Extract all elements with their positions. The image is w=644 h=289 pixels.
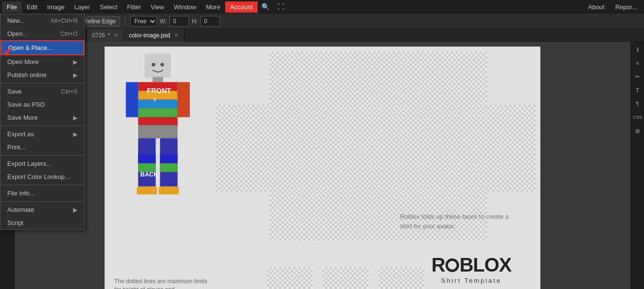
- right-panel: ℹ ≡ ✏ T ¶ CSS ⊞: [630, 42, 644, 289]
- sep-1: [0, 83, 84, 83]
- menu-select[interactable]: Select: [95, 1, 122, 13]
- menu-layer[interactable]: Layer: [70, 1, 95, 13]
- menu-window[interactable]: Window: [169, 1, 201, 13]
- menu-open-place-label: Open & Place...: [8, 44, 52, 51]
- style-dropdown[interactable]: Free: [130, 16, 157, 27]
- image-canvas: TORSO Roblox folds up these faces to cre…: [105, 47, 540, 289]
- menu-publish[interactable]: Publish online ▶: [0, 68, 84, 81]
- refine-edge-button[interactable]: Refine Edge: [79, 16, 120, 27]
- menu-open-more-label: Open More: [7, 58, 39, 65]
- shirt-middle: [216, 105, 536, 192]
- menu-script[interactable]: Script: [0, 216, 84, 229]
- sep-2: [0, 126, 84, 126]
- w-label: W:: [160, 18, 167, 25]
- menu-image[interactable]: Image: [42, 1, 69, 13]
- shirt-top: [269, 51, 487, 105]
- brush-btn[interactable]: ✏: [632, 71, 644, 82]
- menu-edit[interactable]: Edit: [22, 1, 42, 13]
- toolbar: Feather: px Refine Edge Free W: H:: [0, 14, 644, 29]
- menu-save-psd[interactable]: Save as PSD: [0, 98, 84, 111]
- menu-report[interactable]: Repor...: [610, 1, 642, 13]
- svg-rect-7: [138, 109, 177, 117]
- menu-automate[interactable]: Automate ▶: [0, 203, 84, 216]
- checker-bottom-left: [267, 267, 313, 289]
- menu-open[interactable]: Open... Ctrl+O: [0, 27, 84, 40]
- menu-save-shortcut: Ctrl+S: [61, 88, 77, 95]
- svg-rect-6: [138, 100, 177, 109]
- menu-save-more-label: Save More: [7, 114, 38, 121]
- h-input[interactable]: [200, 16, 220, 27]
- file-menu[interactable]: New... Alt+Ctrl+N Open... Ctrl+O Open & …: [0, 14, 85, 230]
- export-as-arrow: ▶: [73, 131, 77, 138]
- w-input[interactable]: [169, 16, 189, 27]
- image-btn[interactable]: ⊞: [632, 125, 644, 137]
- menu-export-color[interactable]: Export Color Lookup...: [0, 170, 84, 183]
- svg-rect-12: [138, 125, 177, 138]
- tab-0726-label: 0726: [92, 32, 105, 39]
- svg-rect-20: [159, 187, 179, 194]
- menu-file[interactable]: File: [2, 1, 22, 13]
- checker-bottom-mid: [322, 267, 368, 289]
- tab-0726-close[interactable]: ✕: [113, 32, 119, 38]
- roblox-canvas: TORSO Roblox folds up these faces to cre…: [105, 47, 540, 289]
- svg-rect-10: [178, 82, 190, 117]
- menu-save-psd-label: Save as PSD: [7, 101, 45, 108]
- checker-bottom-right: [378, 267, 424, 289]
- svg-text:F: F: [153, 97, 157, 103]
- menu-open-shortcut: Ctrl+O: [61, 31, 77, 37]
- main-layout: ◻ ✛ TORSO Roblox folds up these face: [0, 42, 644, 289]
- canvas-content: TORSO Roblox folds up these faces to cre…: [15, 42, 630, 289]
- search-icon[interactable]: 🔍: [258, 1, 274, 13]
- menu-account[interactable]: Account: [225, 1, 258, 13]
- tab-color-image-close[interactable]: ✕: [173, 32, 179, 38]
- tab-color-image-label: color-image.psd: [129, 32, 170, 39]
- svg-rect-11: [126, 82, 138, 117]
- roblox-logo-text: RBLOX: [431, 254, 511, 276]
- menu-export-layers[interactable]: Export Layers...: [0, 157, 84, 170]
- menu-view[interactable]: View: [146, 1, 169, 13]
- menu-script-label: Script: [7, 219, 23, 226]
- automate-arrow: ▶: [73, 207, 77, 213]
- info-btn[interactable]: ℹ: [632, 44, 644, 55]
- menu-export-as-label: Export as: [7, 130, 34, 138]
- menu-open-more[interactable]: Open More ▶: [0, 55, 84, 68]
- menu-file-info-label: File Info...: [7, 190, 35, 197]
- menu-filter[interactable]: Filter: [122, 1, 146, 13]
- publish-arrow: ▶: [73, 72, 77, 79]
- menu-more[interactable]: More: [201, 1, 225, 13]
- menu-new-shortcut: Alt+Ctrl+N: [51, 17, 77, 24]
- tabs-bar: 0726 * ✕ color-image.psd ✕: [0, 29, 644, 42]
- svg-rect-18: [160, 163, 178, 172]
- menu-export-layers-label: Export Layers...: [7, 160, 51, 167]
- sep-3: [0, 155, 84, 156]
- menu-open-place[interactable]: Open & Place...: [0, 40, 84, 55]
- canvas-area: TORSO Roblox folds up these faces to cre…: [15, 42, 630, 289]
- tab-color-image[interactable]: color-image.psd ✕: [124, 29, 184, 42]
- menu-print[interactable]: Print...: [0, 141, 84, 154]
- svg-point-2: [160, 63, 164, 66]
- menu-print-label: Print...: [7, 144, 26, 151]
- css-btn[interactable]: CSS: [632, 112, 644, 123]
- tab-0726[interactable]: 0726 * ✕: [87, 29, 124, 42]
- character-svg: FRONT F: [114, 51, 201, 236]
- menu-save[interactable]: Save Ctrl+S: [0, 85, 84, 98]
- menu-save-label: Save: [7, 88, 22, 95]
- svg-text:FRONT: FRONT: [147, 87, 171, 95]
- svg-rect-17: [160, 155, 178, 163]
- menu-file-info[interactable]: File Info...: [0, 187, 84, 200]
- para-btn[interactable]: ¶: [632, 98, 644, 110]
- menu-new[interactable]: New... Alt+Ctrl+N: [0, 14, 84, 27]
- svg-text:BACK: BACK: [140, 171, 158, 178]
- menu-new-label: New...: [7, 17, 25, 24]
- menu-save-more[interactable]: Save More ▶: [0, 111, 84, 124]
- menu-export-as[interactable]: Export as ▶: [0, 128, 84, 141]
- menu-about[interactable]: About: [583, 1, 609, 13]
- tab-0726-modified: *: [108, 32, 110, 39]
- svg-rect-0: [145, 54, 171, 78]
- svg-point-1: [152, 63, 155, 66]
- fullscreen-icon[interactable]: ⛶: [274, 1, 288, 13]
- type-btn[interactable]: T: [632, 84, 644, 96]
- adjust-btn[interactable]: ≡: [632, 57, 644, 69]
- roblox-logo-area: RBLOX Shirt Template: [431, 254, 511, 284]
- sep-4: [0, 185, 84, 185]
